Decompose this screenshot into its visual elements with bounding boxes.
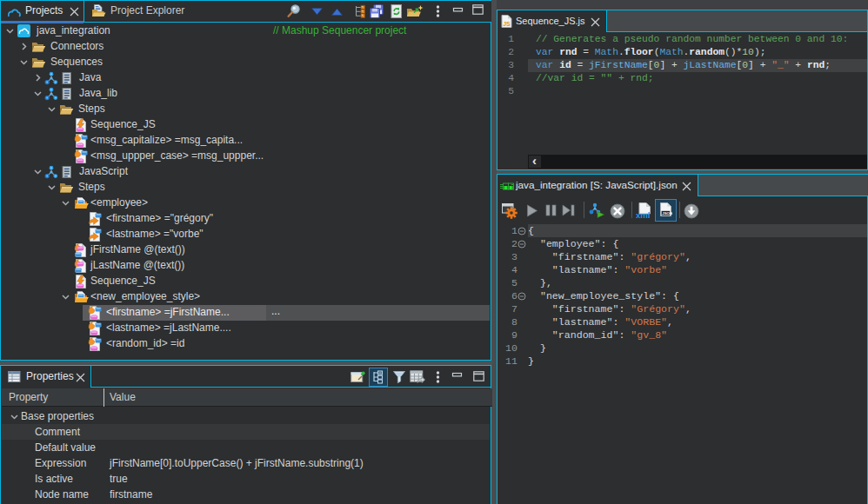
svg-text:JS: JS — [503, 21, 511, 27]
